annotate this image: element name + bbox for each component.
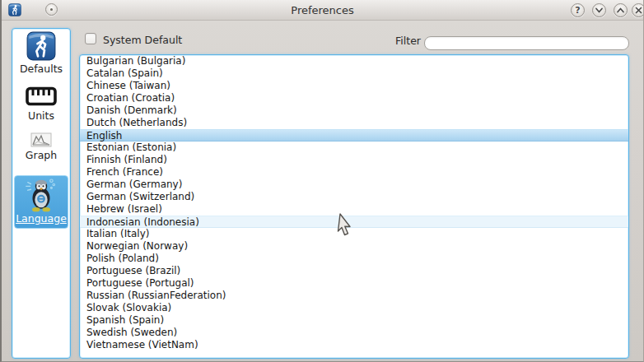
tux-penguin-icon xyxy=(24,176,58,212)
list-item[interactable]: Chinese (Taiwan) xyxy=(80,80,628,92)
ruler-icon xyxy=(25,85,58,108)
list-item[interactable]: Vietnamese (VietNam) xyxy=(80,339,628,351)
question-icon: ? xyxy=(575,5,580,16)
list-item[interactable]: Russian (RussianFederation) xyxy=(80,290,628,302)
filter-input[interactable] xyxy=(424,36,629,50)
sidebar-item-language[interactable]: Language xyxy=(14,175,68,229)
list-item[interactable]: Swedish (Sweden) xyxy=(80,327,628,339)
help-button[interactable]: ? xyxy=(571,3,585,17)
list-item[interactable]: Dutch (Netherlands) xyxy=(80,117,628,129)
list-item[interactable]: Italian (Italy) xyxy=(80,228,628,240)
preferences-window: Preferences ? xyxy=(0,0,644,362)
list-item[interactable]: German (Switzerland) xyxy=(80,191,628,203)
sidebar-label-units: Units xyxy=(28,109,54,122)
sidebar-item-defaults[interactable]: Defaults xyxy=(14,31,68,77)
window-title: Preferences xyxy=(2,4,643,16)
chevron-down-icon xyxy=(595,6,604,15)
system-default-label: System Default xyxy=(103,34,182,46)
sidebar-item-units[interactable]: Units xyxy=(14,85,68,126)
chevron-up-icon xyxy=(616,6,625,15)
list-item[interactable]: Slovak (Slovakia) xyxy=(80,302,628,314)
list-item[interactable]: Finnish (Finland) xyxy=(80,154,628,166)
close-button[interactable] xyxy=(632,3,644,17)
list-item[interactable]: Estonian (Estonia) xyxy=(80,142,628,154)
sidebar-label-defaults: Defaults xyxy=(20,63,63,75)
list-item[interactable]: Hebrew (Israel) xyxy=(80,203,628,216)
list-item[interactable]: Portuguese (Portugal) xyxy=(80,277,628,290)
list-item[interactable]: Norwegian (Norway) xyxy=(80,240,628,253)
close-icon xyxy=(634,6,643,15)
language-list[interactable]: Bulgarian (Bulgaria)Catalan (Spain)Chine… xyxy=(79,54,629,359)
list-item[interactable]: English xyxy=(80,129,628,142)
sidebar-label-language: Language xyxy=(16,212,67,225)
list-item[interactable]: Indonesian (Indonesia) xyxy=(80,216,628,228)
list-item[interactable]: French (France) xyxy=(80,166,628,179)
roll-down-button[interactable] xyxy=(592,3,606,17)
hiker-icon xyxy=(26,31,56,61)
list-item[interactable]: Danish (Denmark) xyxy=(80,104,628,117)
system-default-checkbox[interactable] xyxy=(85,33,96,44)
graph-icon xyxy=(30,132,52,147)
filter-label: Filter xyxy=(395,35,421,47)
list-item[interactable]: Polish (Poland) xyxy=(80,253,628,265)
sidebar-item-graph[interactable]: Graph xyxy=(14,132,68,167)
list-item[interactable]: Portuguese (Brazil) xyxy=(80,265,628,277)
sidebar-label-graph: Graph xyxy=(26,149,57,161)
category-sidebar: Defaults Units Graph xyxy=(12,28,71,359)
roll-up-button[interactable] xyxy=(614,3,628,17)
list-item[interactable]: German (Germany) xyxy=(80,179,628,191)
list-item[interactable]: Croatian (Croatia) xyxy=(80,92,628,104)
list-item[interactable]: Catalan (Spain) xyxy=(80,67,628,80)
list-item[interactable]: Spanish (Spain) xyxy=(80,314,628,327)
titlebar: Preferences ? xyxy=(2,0,643,21)
list-item[interactable]: Bulgarian (Bulgaria) xyxy=(80,55,628,67)
